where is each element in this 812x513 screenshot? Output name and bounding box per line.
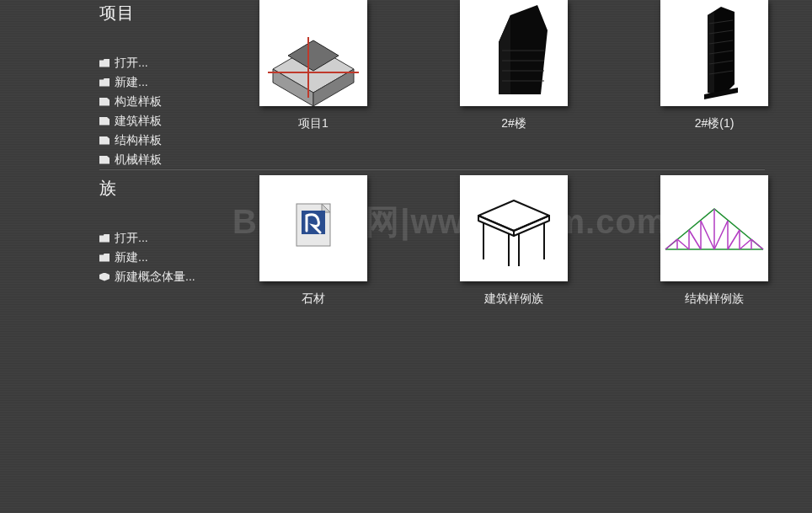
svg-marker-24 [478, 200, 549, 231]
card-label: 结构样例族 [685, 291, 744, 307]
link-label: 建筑样板 [115, 114, 162, 129]
link-construction-template[interactable]: 构造样板 [99, 92, 243, 111]
thumbnail [460, 175, 568, 281]
svg-marker-7 [499, 15, 510, 94]
thumbnail [259, 175, 367, 281]
folder-icon [99, 59, 110, 67]
svg-line-46 [751, 239, 763, 249]
card-family-arch-sample[interactable]: 建筑样例族 [460, 175, 568, 307]
sidebar-projects: 项目 打开... 新建... 构造样板 [99, 0, 243, 169]
document-icon [99, 117, 110, 126]
link-new-project[interactable]: 新建... [99, 72, 243, 92]
link-architectural-template[interactable]: 建筑样板 [99, 111, 243, 131]
card-label: 2#楼 [501, 116, 526, 131]
link-open-project[interactable]: 打开... [99, 53, 243, 72]
link-label: 构造样板 [115, 94, 162, 110]
section-title-families: 族 [99, 177, 243, 200]
card-project-3[interactable]: 2#楼(1) [660, 0, 768, 131]
section-projects: 项目 打开... 新建... 构造样板 [99, 0, 778, 169]
section-title-projects: 项目 [99, 2, 243, 24]
svg-line-39 [665, 239, 677, 249]
thumbnail [259, 0, 367, 106]
card-label: 石材 [302, 291, 325, 307]
folder-icon [99, 254, 110, 262]
svg-line-43 [714, 221, 728, 249]
svg-line-42 [701, 221, 714, 249]
section-families: 族 打开... 新建... 新建概念体量... [99, 175, 778, 307]
card-family-struct-sample[interactable]: 结构样例族 [660, 175, 768, 307]
link-label: 结构样板 [115, 133, 162, 148]
gallery-families: 石材 [243, 175, 778, 307]
card-label: 2#楼(1) [695, 116, 735, 131]
link-new-conceptual-mass[interactable]: 新建概念体量... [99, 267, 243, 286]
card-label: 建筑样例族 [484, 291, 543, 307]
thumbnail [660, 0, 768, 106]
svg-line-45 [740, 239, 751, 249]
link-label: 机械样板 [115, 152, 162, 168]
link-new-family[interactable]: 新建... [99, 248, 243, 267]
card-project-2[interactable]: 2#楼 [460, 0, 568, 131]
link-label: 新建... [115, 250, 148, 265]
svg-line-44 [728, 230, 740, 249]
link-label: 打开... [115, 56, 148, 71]
link-label: 新建概念体量... [115, 270, 195, 285]
folder-icon [99, 78, 110, 87]
thumbnail [660, 175, 768, 281]
link-structural-template[interactable]: 结构样板 [99, 131, 243, 150]
cube-icon [99, 273, 110, 281]
section-divider [99, 168, 765, 169]
document-icon [99, 156, 110, 164]
sidebar-families: 族 打开... 新建... 新建概念体量... [99, 175, 243, 286]
card-label: 项目1 [298, 116, 329, 131]
card-project-1[interactable]: 项目1 [259, 0, 367, 131]
gallery-projects: 项目1 [243, 0, 778, 131]
link-mechanical-template[interactable]: 机械样板 [99, 150, 243, 169]
link-label: 新建... [115, 75, 148, 90]
thumbnail [460, 0, 568, 106]
card-family-stone[interactable]: 石材 [259, 175, 367, 307]
document-icon [99, 136, 110, 145]
document-icon [99, 98, 110, 106]
svg-line-41 [689, 230, 701, 249]
folder-icon [99, 234, 110, 243]
link-label: 打开... [115, 231, 148, 246]
svg-line-40 [677, 239, 689, 249]
link-open-family[interactable]: 打开... [99, 228, 243, 248]
